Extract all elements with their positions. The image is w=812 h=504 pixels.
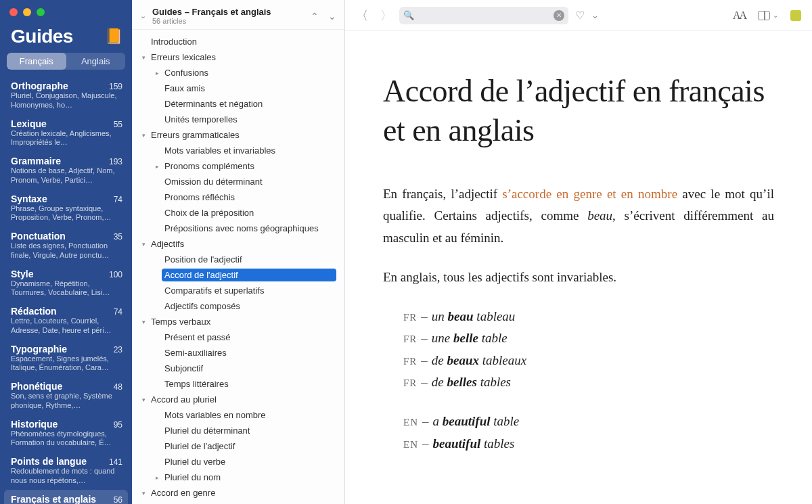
category-sub: Création lexicale, Anglicismes, Impropri… [11, 129, 122, 148]
outline-item[interactable]: Introduction [135, 34, 342, 49]
outline-item[interactable]: Présent et passé [135, 329, 342, 345]
category-item[interactable]: Lexique55Création lexicale, Anglicismes,… [0, 114, 132, 152]
favorite-icon[interactable]: ♡ [575, 9, 585, 22]
outline-item[interactable]: Adjectifs [135, 236, 342, 252]
zoom-window-button[interactable] [37, 8, 45, 16]
outline-item[interactable]: Erreurs grammaticales [135, 127, 342, 143]
outline-item[interactable]: Accord au pluriel [135, 392, 342, 407]
search-field[interactable]: 🔍 ✕ [399, 7, 568, 24]
outline-item[interactable]: Mots variables en nombre [135, 407, 342, 423]
close-window-button[interactable] [9, 8, 18, 16]
outline-item[interactable]: Comparatifs et superlatifs [135, 283, 342, 298]
layout-menu-icon[interactable]: ⌄ [773, 12, 778, 19]
category-count: 95 [114, 420, 122, 430]
outline-item[interactable]: Prépositions avec noms géographiques [135, 221, 342, 236]
example-line: EN–a beautiful table [403, 411, 774, 432]
nav-back-icon[interactable]: 〈 [356, 7, 368, 24]
outline-collapse-icon[interactable]: ⌄ [139, 12, 147, 20]
outline-label: Déterminants et négation [162, 97, 336, 110]
outline-prev-icon[interactable]: ⌃ [311, 11, 319, 22]
outline-item[interactable]: Confusions [135, 65, 342, 81]
outline-item[interactable]: Temps verbaux [135, 314, 342, 329]
outline-item[interactable]: Généralités [135, 501, 342, 504]
search-clear-icon[interactable]: ✕ [554, 10, 564, 21]
outline-item[interactable]: Pronoms réfléchis [135, 189, 342, 205]
outline-item[interactable]: Pluriel du nom [135, 469, 342, 485]
outline-item[interactable]: Mots variables et invariables [135, 143, 342, 158]
book-icon: 📙 [104, 28, 122, 45]
favorite-menu-icon[interactable]: ⌄ [591, 10, 599, 20]
outline-item[interactable]: Omission du déterminant [135, 174, 342, 189]
disclosure-right-icon[interactable] [152, 70, 162, 76]
category-item[interactable]: Phonétique48Son, sens et graphie, Systèm… [0, 377, 132, 415]
search-input[interactable] [414, 11, 554, 20]
category-count: 23 [114, 345, 122, 354]
examples-fr: FR–un beau tableauFR–une belle tableFR–d… [403, 306, 774, 393]
category-item[interactable]: Syntaxe74Phrase, Groupe syntaxique, Prop… [0, 189, 132, 227]
outline-label: Adjectifs composés [162, 300, 336, 313]
outline-item[interactable]: Erreurs lexicales [135, 49, 342, 65]
outline-item[interactable]: Pluriel de l'adjectif [135, 438, 342, 454]
outline-label: Pluriel de l'adjectif [162, 440, 336, 453]
tab-anglais[interactable]: Anglais [66, 53, 126, 70]
outline-item[interactable]: Pluriel du déterminant [135, 423, 342, 438]
disclosure-down-icon[interactable] [139, 241, 148, 248]
content-pane: 〈 〉 🔍 ✕ ♡ ⌄ AA ⌄ Accord de l’adjectif en… [345, 0, 812, 504]
outline-item[interactable]: Temps littéraires [135, 376, 342, 392]
outline-item[interactable]: Déterminants et négation [135, 96, 342, 112]
disclosure-down-icon[interactable] [139, 396, 148, 403]
highlight-accord: s’accorde en genre et en nombre [502, 187, 677, 201]
disclosure-right-icon[interactable] [152, 474, 162, 481]
outline-item[interactable]: Unités temporelles [135, 112, 342, 127]
example-lang: EN [403, 439, 418, 450]
outline-label: Adjectifs [148, 237, 336, 250]
category-sub: Pluriel, Conjugaison, Majuscule, Homonym… [11, 91, 122, 110]
disclosure-down-icon[interactable] [139, 54, 148, 61]
category-title: Phonétique [11, 381, 62, 392]
outline-item[interactable]: Pronoms compléments [135, 158, 342, 174]
layout-columns-icon[interactable] [758, 11, 770, 20]
category-count: 74 [114, 195, 122, 204]
outline-item[interactable]: Choix de la préposition [135, 205, 342, 221]
category-item[interactable]: Orthographe159Pluriel, Conjugaison, Maju… [0, 76, 132, 114]
category-count: 100 [109, 270, 122, 279]
outline-label: Choix de la préposition [162, 206, 336, 219]
disclosure-down-icon[interactable] [139, 490, 148, 497]
outline-label: Mots variables et invariables [162, 144, 336, 157]
disclosure-down-icon[interactable] [139, 132, 148, 139]
category-item[interactable]: Ponctuation35Liste des signes, Ponctuati… [0, 227, 132, 265]
tab-francais[interactable]: Français [7, 53, 66, 70]
category-title: Lexique [11, 118, 47, 129]
text-size-icon[interactable]: AA [733, 9, 746, 22]
outline-label: Confusions [162, 66, 336, 79]
category-sub: Liste des signes, Ponctuation finale, Vi… [11, 242, 122, 260]
category-item[interactable]: Grammaire193Notions de base, Adjectif, N… [0, 152, 132, 189]
category-item[interactable]: Rédaction74Lettre, Locuteurs, Courriel, … [0, 302, 132, 340]
outline-title: Guides – Français et anglais [152, 7, 305, 17]
outline-next-icon[interactable]: ⌄ [328, 11, 336, 22]
category-item[interactable]: Style100Dynamisme, Répétition, Tournures… [0, 265, 132, 302]
theme-tile-icon[interactable] [790, 10, 801, 21]
category-count: 48 [114, 382, 122, 392]
disclosure-right-icon[interactable] [152, 163, 162, 170]
language-tabs: Français Anglais [7, 53, 125, 70]
outline-item[interactable]: Subjonctif [135, 361, 342, 376]
outline-item[interactable]: Position de l'adjectif [135, 252, 342, 267]
outline-item[interactable]: Semi-auxiliaires [135, 345, 342, 361]
outline-item[interactable]: Adjectifs composés [135, 298, 342, 314]
disclosure-down-icon[interactable] [139, 319, 148, 325]
outline-item[interactable]: Accord en genre [135, 485, 342, 501]
outline-label: Position de l'adjectif [162, 253, 336, 266]
category-item[interactable]: Historique95Phénomènes étymologiques, Fo… [0, 415, 132, 453]
outline-item[interactable]: Pluriel du verbe [135, 454, 342, 469]
outline-label: Prépositions avec noms géographiques [162, 222, 336, 235]
category-item[interactable]: Français et anglais56Erreurs lexicales, … [4, 490, 128, 505]
category-count: 159 [109, 82, 122, 91]
minimize-window-button[interactable] [23, 8, 31, 16]
outline-item[interactable]: Faux amis [135, 81, 342, 96]
outline-item[interactable]: Accord de l'adjectif [135, 267, 342, 283]
article-title: Accord de l’adjectif en français et en a… [383, 72, 774, 150]
nav-forward-icon[interactable]: 〉 [380, 7, 392, 24]
category-item[interactable]: Typographie23Espacement, Signes jumelés,… [0, 340, 132, 377]
category-item[interactable]: Points de langue141Redoublement de mots … [0, 452, 132, 490]
